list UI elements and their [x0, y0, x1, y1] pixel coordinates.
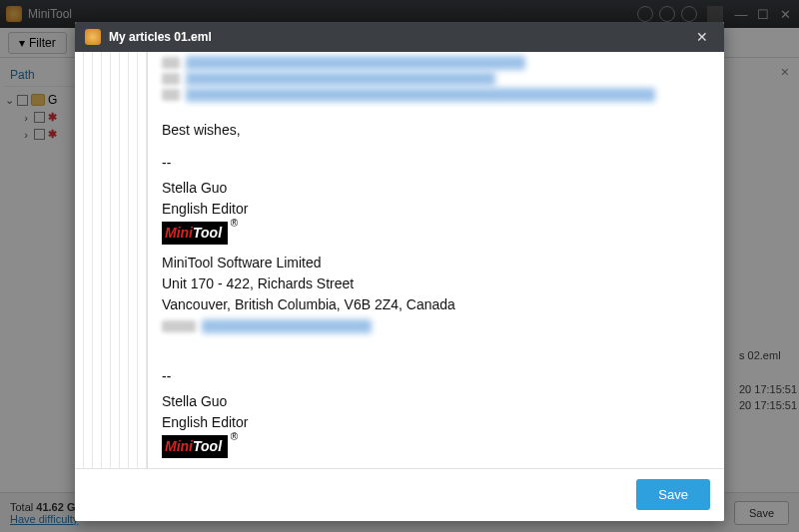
sig-separator: -- [162, 366, 710, 387]
email-content: Best wishes, -- Stella Guo English Edito… [148, 52, 724, 469]
sig-address-2: Vancouver, British Columbia, V6B 2Z4, Ca… [162, 294, 710, 315]
sig-role: English Editor [162, 412, 710, 433]
blurred-link [162, 56, 710, 70]
modal-save-button[interactable]: Save [636, 479, 710, 510]
save-label: Save [658, 487, 688, 502]
sig-email-row [162, 315, 710, 336]
modal-overlay: My articles 01.eml ✕ Best wishes, -- Ste… [0, 0, 799, 532]
minitool-logo: MiniTool ® [162, 435, 228, 458]
email-closing: Best wishes, [162, 120, 710, 141]
modal-close-button[interactable]: ✕ [690, 27, 714, 47]
sig-separator: -- [162, 153, 710, 174]
sig-company: MiniTool Software Limited [162, 253, 710, 273]
sig-name: Stella Guo [162, 391, 710, 412]
sig-address-1: Unit 170 - 422, Richards Street [162, 273, 710, 294]
minitool-logo: MiniTool ® [162, 222, 228, 245]
preview-modal: My articles 01.eml ✕ Best wishes, -- Ste… [75, 22, 724, 521]
modal-body[interactable]: Best wishes, -- Stella Guo English Edito… [75, 52, 724, 469]
sig-role: English Editor [162, 199, 710, 220]
modal-icon [85, 29, 101, 45]
modal-header: My articles 01.eml ✕ [75, 22, 724, 52]
blurred-link [162, 72, 710, 86]
sig-name: Stella Guo [162, 178, 710, 199]
email-gutter [75, 52, 148, 469]
modal-footer: Save [75, 469, 724, 521]
blurred-link [162, 88, 710, 102]
modal-title: My articles 01.eml [109, 30, 690, 44]
